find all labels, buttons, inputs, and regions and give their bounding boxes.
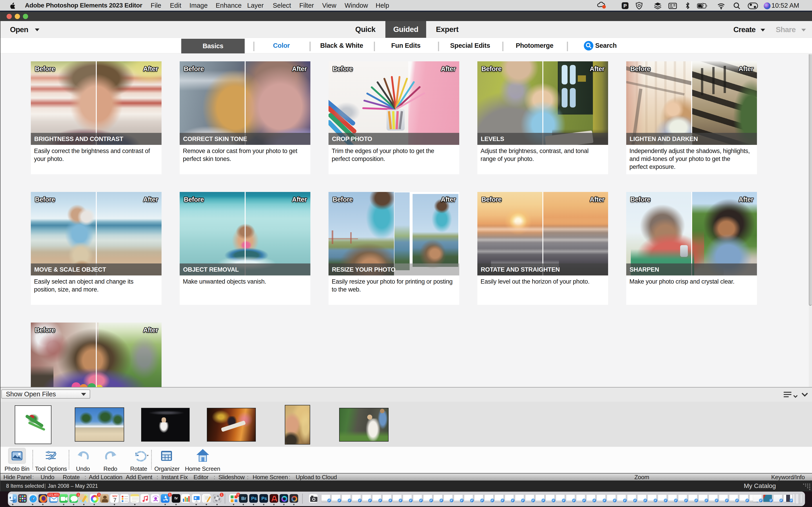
svg-text:P: P: [623, 3, 627, 9]
